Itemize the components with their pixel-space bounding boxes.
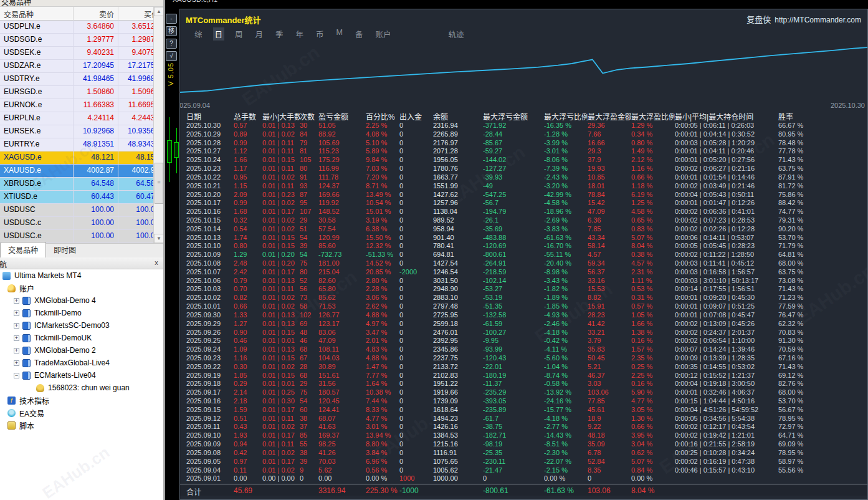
min_max_lots-cell: 0.01 | 0.11 [262, 182, 300, 191]
count-cell: 54 [300, 251, 318, 259]
scrollbar-thumb[interactable] [155, 163, 163, 204]
max_float_loss-cell: 0 [483, 474, 544, 483]
hold_time-cell: 0:00:01 | 0:05:20 | 0:27:56 [675, 156, 778, 165]
nav-item-account[interactable]: +Tickmill-Demo [0, 307, 163, 319]
nav-item-scripts[interactable]: 脚本 [0, 419, 163, 431]
market-watch-row[interactable]: USDSEK.e9.402319.40795 [0, 47, 163, 60]
hold_time-cell: 0:00:02 | 0:03:49 | 0:21:46 [675, 182, 778, 191]
nav-item-account[interactable]: +ICMarketsSC-Demo03 [0, 319, 163, 332]
in_out-cell: 0 [399, 302, 433, 311]
in_out-cell: 0 [399, 397, 433, 406]
expand-icon[interactable]: + [14, 310, 19, 316]
market-watch-row[interactable]: XAUUSD.e4002.874002.92 [0, 165, 163, 178]
nav-item-broker[interactable]: Ultima Markets MT4 [0, 269, 163, 282]
date-cell: 2025.09.24 [186, 345, 234, 354]
brand-link[interactable]: 复盘侠http://MTCommander.com [746, 13, 861, 25]
scroll-up-icon[interactable]: ▲ [154, 7, 164, 16]
market-watch-row[interactable]: EURSEK.e10.9296810.93563 [0, 125, 163, 138]
max_float_loss_pct-cell: -1.82 % [544, 285, 588, 294]
nav-item-account[interactable]: +Tickmill-DemoUK [0, 332, 163, 344]
market-watch-row[interactable]: EURPLN.e4.241144.24435 [0, 112, 163, 125]
expand-icon[interactable]: + [14, 298, 19, 304]
pct-cell: 10.54 % [366, 199, 399, 208]
close-icon[interactable]: x [152, 259, 161, 266]
pct-cell: 0.00 % [366, 474, 399, 483]
market-watch-list: USDPLN.e3.648603.65129USDSGD.e1.297771.2… [0, 21, 163, 243]
max_float_loss-cell: -22.01 [483, 363, 544, 372]
max_float_loss-cell: -38.75 [483, 423, 544, 431]
minimize-button[interactable]: - [166, 14, 177, 24]
tab-symbols[interactable]: 交易品种 [0, 242, 46, 257]
max_float_loss_pct-cell: 0.00 % [544, 474, 588, 483]
symbol-cell: XAGUSD.e [0, 151, 74, 164]
win_rate-cell: 77.59 % [778, 302, 867, 311]
max_float_loss_pct-cell: -3.01 % [544, 147, 588, 156]
confirm-button[interactable]: √ [166, 51, 177, 61]
lots-cell: 1.29 [234, 251, 262, 259]
nav-item-account[interactable]: −ECMarkets-Live04 [0, 369, 163, 382]
market-watch-row[interactable]: XBRUSD.e64.54864.583 [0, 178, 163, 191]
lots-cell: 1.16 [234, 354, 262, 363]
nav-item-account[interactable]: +XMGlobal-Demo 2 [0, 344, 163, 357]
max_float_loss-cell: -235.89 [483, 406, 544, 415]
market-watch-row[interactable]: XTIUSD.e60.44360.476 [0, 191, 163, 204]
tree-item-label: ICMarketsSC-Demo03 [34, 321, 110, 330]
lots-cell: 0.57 [234, 122, 262, 130]
nav-item-logged-account[interactable]: 1568023: chun wei guan [0, 382, 163, 394]
market-watch-row[interactable]: EURSGD.e1.508601.50961 [0, 86, 163, 99]
bid-cell: 1.50860 [74, 86, 118, 99]
market-watch-row[interactable]: USDUSC.c100.00100.00 [0, 217, 163, 230]
expand-icon[interactable]: + [14, 348, 19, 353]
market-watch-row[interactable]: EURTRY.e48.9135148.93432 [0, 138, 163, 151]
expand-icon[interactable]: + [14, 323, 19, 329]
table-row: 2025.09.220.300.01 | 0.022830.891.47 %02… [180, 363, 867, 372]
count-cell: 79 [300, 139, 318, 148]
count-cell: 95 [300, 199, 318, 208]
count-cell: 39 [300, 458, 318, 466]
nav-item-account[interactable]: +TradeMaxGlobal-Live4 [0, 357, 163, 369]
in_out-cell: 0 [399, 182, 433, 191]
scroll-down-icon[interactable]: ▼ [154, 234, 164, 243]
collapse-icon[interactable]: − [14, 373, 19, 378]
max_float_loss-cell: -264.91 [483, 259, 544, 268]
max_float_profit_pct-cell: 3.95 % [631, 431, 675, 440]
symbol-cell: USDSGD.e [0, 34, 74, 46]
market-watch-row[interactable]: USDZAR.e17.2094517.21757 [0, 60, 163, 73]
max_float_profit-cell: 15.53 [588, 285, 631, 294]
move-button[interactable]: 移 [166, 26, 177, 36]
tab-tick-chart[interactable]: 即时图 [46, 243, 83, 257]
market-watch-row[interactable]: EURNOK.e11.6638311.66957 [0, 99, 163, 112]
market-watch-row[interactable]: XAGUSD.e48.12148.152 [0, 151, 163, 165]
lots-cell: 0.95 [234, 173, 262, 182]
nav-item-expert-advisors[interactable]: EA交易 [0, 406, 163, 419]
max_float_profit_pct-cell: 1.16 % [631, 165, 675, 173]
market-watch-row[interactable]: USDUSC100.00100.00 [0, 204, 163, 217]
expand-icon[interactable]: + [14, 360, 19, 366]
header-cell: 最大浮盈金额 [588, 111, 631, 122]
nav-item-account[interactable]: +XMGlobal-Demo 4 [0, 294, 163, 307]
lots-cell: 0.79 [234, 277, 262, 286]
expand-icon[interactable]: + [14, 335, 19, 341]
max_float_profit_pct-cell: 0.25 % [631, 363, 675, 372]
market-watch-row[interactable]: USDPLN.e3.648603.65129 [0, 21, 163, 34]
count-cell: 75 [300, 388, 318, 397]
market-watch-row[interactable]: USDTRY.e41.9846541.99686 [0, 73, 163, 86]
market-watch-scrollbar[interactable]: ▲ ▼ [153, 7, 163, 243]
lots-cell: 2.18 [234, 397, 262, 406]
hold_time-cell: 0:00:16 | 0:21:55 | 2:58:19 [675, 440, 778, 449]
max_float_loss-cell: -483.88 [483, 234, 544, 243]
market-watch-row[interactable]: USDUSC.e100.00100.00 [0, 230, 163, 243]
help-button[interactable]: ? [166, 39, 177, 49]
pct-cell: 3.47 % [366, 329, 399, 337]
nav-item-accounts-group[interactable]: 账户 [0, 282, 163, 294]
pct-cell: 13.94 % [366, 431, 399, 440]
nav-item-indicators[interactable]: f技术指标 [0, 394, 163, 406]
max_float_profit-cell: 77.85 [588, 397, 631, 406]
header-cell: 最大浮亏比例 [544, 111, 588, 122]
hold_time-cell: 0:00:01 | 0:32:46 | 4:06:37 [675, 388, 778, 397]
max_float_loss_pct-cell: -15.77 % [544, 406, 588, 415]
table-row: 2025.09.291.270.01 | 0.1369123.174.97 %0… [180, 320, 867, 329]
in_out-cell: 0 [399, 242, 433, 251]
date-cell: 2025.10.03 [186, 285, 234, 294]
market-watch-row[interactable]: USDSGD.e1.297771.29874 [0, 34, 163, 47]
